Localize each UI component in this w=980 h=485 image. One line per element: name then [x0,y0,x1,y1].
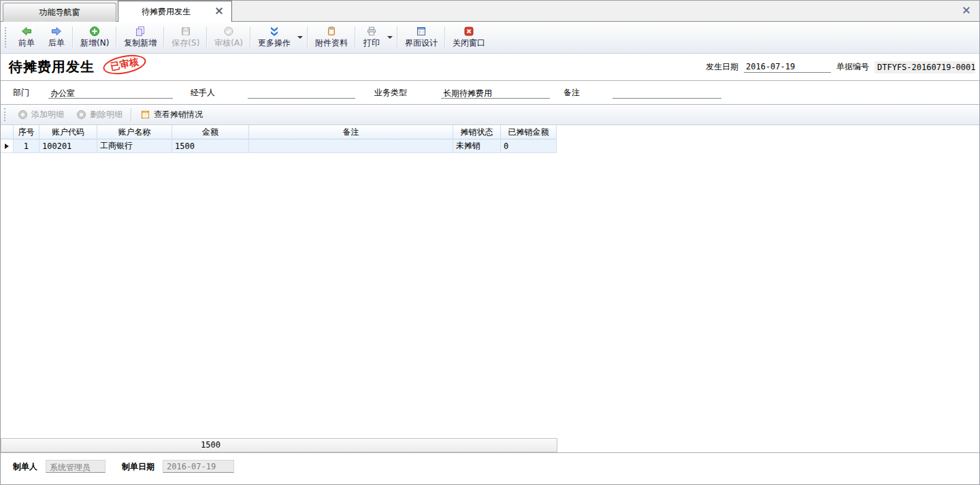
view-amortization-button[interactable]: 查看摊销情况 [134,107,209,122]
button-label: 更多操作 [258,37,291,49]
button-label: 附件资料 [315,37,348,49]
create-date-label: 制单日期 [122,460,154,473]
column-header[interactable]: 备注 [249,125,453,139]
more-actions-dropdown-arrow[interactable] [297,23,306,51]
cell-account-name[interactable]: 工商银行 [97,139,172,153]
button-label: 查看摊销情况 [154,109,203,120]
audit-button: 审核(A) [208,23,249,51]
button-label: 添加明细 [31,109,64,120]
summary-amount: 1500 [172,440,249,450]
grid-table-icon [140,109,150,120]
column-header[interactable]: 金额 [172,125,249,139]
occur-date-field[interactable]: 2016-07-19 [744,61,831,73]
button-label: 打印 [363,37,380,49]
tab-bar: 功能导航窗 待摊费用发生 [1,1,979,22]
toolbar-separator [355,27,356,48]
department-field[interactable]: 办公室 [48,87,173,99]
layout-icon [416,25,427,37]
tab-close-icon[interactable] [215,7,223,15]
column-header[interactable]: 摊销状态 [453,125,501,139]
close-window-icon [463,25,474,37]
button-label: 关闭窗口 [453,37,485,49]
tab-function-nav[interactable]: 功能导航窗 [3,3,116,22]
add-circle-disabled-icon [18,109,28,120]
handler-label: 经手人 [191,87,215,99]
document-header: 待摊费用发生 已审核 发生日期 2016-07-19 单据编号 DTFYFS-2… [1,54,979,81]
copy-new-button[interactable]: 复制新增 [118,23,163,51]
footer-panel: 制单人 系统管理员 制单日期 2016-07-19 [1,452,979,484]
toolbar-separator [163,27,165,48]
column-header[interactable]: 账户代码 [39,125,97,139]
save-button: 保存(S) [165,23,206,51]
print-button[interactable]: 打印 [357,23,387,51]
copy-icon [135,25,146,37]
toolbar-separator [72,27,74,48]
department-label: 部门 [13,87,29,99]
add-detail-button: 添加明细 [12,107,70,122]
doc-number-field: DTFYFS-20160719-0001 [875,61,975,73]
button-label: 保存(S) [172,37,199,49]
button-label: 前单 [18,37,35,49]
toolbar-grip[interactable] [5,27,6,48]
ui-design-button[interactable]: 界面设计 [399,23,444,51]
cell-amort-status[interactable]: 未摊销 [453,139,501,153]
arrow-left-icon [21,25,32,37]
delete-detail-button: 删除明细 [70,107,129,122]
clipboard-icon [326,25,337,37]
remark-field[interactable] [612,87,721,99]
cell-amount[interactable]: 1500 [172,139,249,153]
cell-seq[interactable]: 1 [14,139,39,153]
check-circle-icon [223,25,234,37]
audited-stamp: 已审核 [101,52,148,78]
form-row: 部门 办公室 经手人 业务类型 长期待摊费用 备注 [1,81,979,105]
toolbar-separator [116,27,117,48]
toolbar-separator [206,27,208,48]
main-toolbar: 前单 后单 新增(N) 复制新增 保存(S) [1,22,979,54]
cell-amortized-amount[interactable]: 0 [501,139,557,153]
more-actions-button[interactable]: 更多操作 [252,23,297,51]
window-close-icon[interactable] [962,6,970,16]
printer-icon [366,25,377,37]
detail-grid: 序号 账户代码 账户名称 金额 备注 摊销状态 已摊销金额 1 100201 工… [1,125,979,452]
button-label: 审核(A) [214,37,243,49]
close-window-button[interactable]: 关闭窗口 [446,23,491,51]
attachments-button[interactable]: 附件资料 [309,23,354,51]
biztype-field[interactable]: 长期待摊费用 [441,87,550,99]
column-header[interactable]: 序号 [14,125,39,139]
delete-circle-disabled-icon [76,109,86,120]
new-button[interactable]: 新增(N) [74,23,115,51]
prev-doc-button[interactable]: 前单 [12,23,42,51]
column-header[interactable]: 账户名称 [97,125,172,139]
tab-label: 待摊费用发生 [142,6,191,18]
button-label: 删除明细 [90,109,122,120]
tab-deferred-expense[interactable]: 待摊费用发生 [118,1,232,22]
handler-field[interactable] [248,87,355,99]
app-window: 功能导航窗 待摊费用发生 前单 后单 新增(N) [0,0,980,485]
remark-label: 备注 [564,87,580,99]
occur-date-label: 发生日期 [706,61,738,73]
arrow-right-icon [51,25,62,37]
add-circle-icon [89,25,100,37]
doc-number-label: 单据编号 [836,61,869,73]
next-doc-button[interactable]: 后单 [42,23,71,51]
row-indicator-header [1,125,14,139]
column-header[interactable]: 已摊销金额 [501,125,557,139]
double-chevron-down-icon [269,25,280,37]
cell-remark[interactable] [249,139,453,153]
button-label: 后单 [48,37,65,49]
creator-label: 制单人 [13,460,37,473]
row-arrow-icon [5,144,9,149]
table-row[interactable]: 1 100201 工商银行 1500 未摊销 0 [1,139,557,153]
grid-header-row: 序号 账户代码 账户名称 金额 备注 摊销状态 已摊销金额 [1,125,557,139]
cell-account-code[interactable]: 100201 [39,139,97,153]
detail-toolbar-grip[interactable] [4,108,5,121]
document-header-fields: 发生日期 2016-07-19 单据编号 DTFYFS-20160719-000… [706,54,975,80]
toolbar-separator [397,27,398,48]
page-title: 待摊费用发生 [9,58,95,76]
tab-label: 功能导航窗 [39,7,80,18]
button-label: 新增(N) [80,37,109,49]
print-dropdown-arrow[interactable] [387,23,396,51]
create-date-field: 2016-07-19 [163,460,234,473]
toolbar-separator [307,27,308,48]
detail-toolbar: 添加明细 删除明细 查看摊销情况 [1,105,979,125]
